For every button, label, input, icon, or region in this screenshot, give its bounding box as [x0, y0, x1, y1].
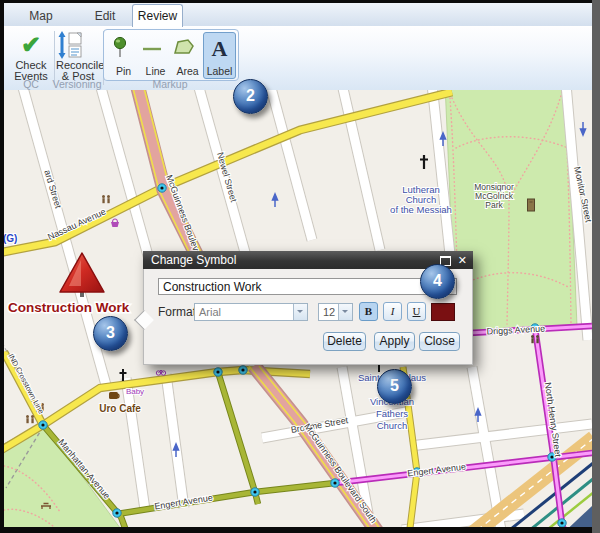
ribbon: Map Edit Review ✔ Check Events QC [4, 3, 592, 90]
vertex-dot [558, 519, 566, 527]
font-size-select[interactable]: 12 [318, 303, 353, 321]
markup-panel: Pin Line Area A Label [103, 29, 239, 81]
group-label-qc: QC [10, 78, 52, 90]
uro-cafe-label: Uro Cafe [99, 403, 141, 414]
saint-label-5: Church [377, 420, 408, 431]
group-label-versioning: Versioning [52, 78, 102, 90]
park-label-3: Park [485, 200, 503, 210]
area-icon [172, 33, 203, 65]
font-family-value: Arial [199, 306, 221, 318]
coffee-cup-icon [109, 392, 119, 399]
vertex-dot [39, 421, 47, 429]
subway-g-label: (G) [4, 233, 17, 244]
ribbon-tabstrip: Map Edit Review [4, 3, 592, 26]
vertex-dot [251, 488, 259, 496]
callout-badge-2: 2 [233, 79, 268, 114]
separator [54, 31, 55, 85]
group-label-markup: Markup [103, 78, 237, 90]
bold-button[interactable]: B [359, 302, 378, 321]
tab-edit[interactable]: Edit [84, 7, 126, 25]
underline-button[interactable]: U [407, 302, 426, 321]
pin-button[interactable]: Pin [107, 32, 140, 79]
change-symbol-dialog: Change Symbol ✕ Format: Arial 12 B I U D… [143, 251, 473, 365]
check-events-button[interactable]: ✔ Check Events [10, 30, 52, 82]
window-edge [592, 0, 600, 533]
font-size-value: 12 [323, 306, 335, 318]
close-button[interactable]: Close [419, 332, 460, 351]
delete-button[interactable]: Delete [323, 332, 366, 351]
vertex-dot [239, 366, 247, 374]
label-button[interactable]: A Label [203, 32, 236, 79]
tab-map[interactable]: Map [18, 7, 64, 25]
construction-work-label[interactable]: Construction Work [8, 300, 130, 315]
monument-icon [528, 199, 535, 211]
reconcile-post-button[interactable]: Reconcile & Post [56, 30, 100, 82]
baby-label: Baby [126, 387, 144, 396]
line-icon [140, 33, 171, 65]
italic-button[interactable]: I [383, 302, 402, 321]
vertex-dot [158, 184, 166, 192]
label-a-icon: A [212, 36, 228, 61]
check-icon: ✔ [21, 31, 41, 58]
saint-label-4: Fathers [376, 408, 408, 419]
font-family-select[interactable]: Arial [194, 303, 308, 321]
callout-badge-3: 3 [93, 316, 128, 351]
chevron-down-icon[interactable] [293, 304, 307, 320]
dialog-title: Change Symbol [151, 253, 236, 267]
reconcile-icon [56, 30, 100, 60]
ribbon-body: ✔ Check Events QC [4, 26, 592, 91]
pin-icon [108, 33, 139, 65]
label-text-input[interactable] [158, 278, 457, 295]
line-button[interactable]: Line [139, 32, 172, 79]
close-icon[interactable]: ✕ [458, 251, 467, 269]
vertex-dot [113, 509, 121, 517]
area-label: Area [176, 65, 198, 77]
tab-review[interactable]: Review [132, 4, 183, 27]
pin-label: Pin [116, 65, 131, 77]
dialog-titlebar[interactable]: Change Symbol ✕ [143, 251, 473, 269]
lutheran-label-3: of the Messiah [390, 204, 452, 215]
chevron-down-icon[interactable] [338, 304, 352, 320]
line-label: Line [146, 65, 166, 77]
vertex-dot [331, 479, 339, 487]
label-label: Label [207, 65, 233, 77]
application-window: Map Edit Review ✔ Check Events QC [0, 0, 600, 533]
color-swatch[interactable] [431, 303, 455, 321]
vertex-dot [214, 368, 222, 376]
callout-badge-4: 4 [420, 264, 455, 299]
callout-badge-5: 5 [377, 369, 412, 404]
area-button[interactable]: Area [171, 32, 204, 79]
apply-button[interactable]: Apply [374, 332, 415, 351]
